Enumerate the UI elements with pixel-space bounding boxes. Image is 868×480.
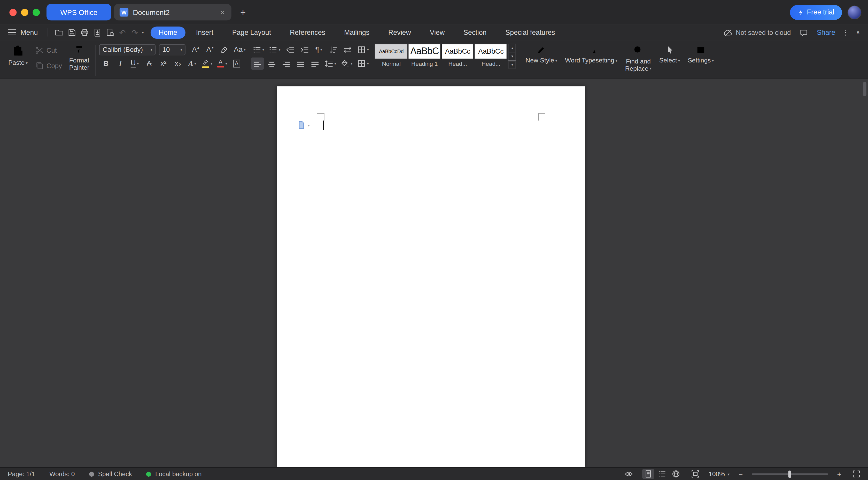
highlight-color-button[interactable]: ▾	[200, 57, 214, 69]
zoom-out-button[interactable]: −	[737, 470, 745, 478]
sort-button[interactable]	[327, 43, 340, 56]
italic-button[interactable]: I	[114, 57, 127, 69]
gallery-scroll-up-button[interactable]: ▴	[508, 44, 516, 52]
bullets-button[interactable]: ▾	[251, 43, 266, 56]
zoom-slider-thumb[interactable]	[788, 471, 791, 478]
line-spacing-button[interactable]: ▾	[323, 57, 338, 69]
gallery-scroll-down-button[interactable]: ▾	[508, 52, 516, 60]
cut-button[interactable]: Cut	[33, 44, 64, 57]
text-direction-button[interactable]	[341, 43, 354, 56]
page-indicator[interactable]: Page: 1/1	[8, 471, 35, 477]
align-right-button[interactable]	[280, 57, 293, 69]
font-size-select[interactable]: 10 ▾	[159, 44, 186, 55]
show-marks-button[interactable]: ¶▾	[312, 43, 325, 56]
numbering-button[interactable]: ▾	[267, 43, 282, 56]
zoom-window-button[interactable]	[33, 8, 40, 16]
save-button[interactable]	[65, 27, 78, 38]
eye-button[interactable]	[623, 469, 635, 479]
style-heading3[interactable]: AaBbCc Head...	[474, 44, 507, 68]
comments-button[interactable]	[798, 27, 810, 38]
cloud-save-status[interactable]: Not saved to cloud	[723, 28, 791, 37]
open-button[interactable]	[53, 27, 65, 38]
minimize-window-button[interactable]	[21, 8, 28, 16]
word-typesetting-button[interactable]: Word Typesetting▾	[561, 43, 621, 64]
increase-indent-button[interactable]	[298, 43, 311, 56]
undo-button[interactable]: ↶	[117, 28, 129, 37]
redo-button[interactable]: ↷	[129, 28, 141, 37]
superscript-button[interactable]: x²	[157, 57, 170, 69]
new-style-button[interactable]: New Style▾	[522, 43, 561, 64]
outline-view-button[interactable]	[656, 469, 668, 479]
web-layout-view-button[interactable]	[670, 469, 682, 479]
zoom-in-button[interactable]: +	[835, 470, 843, 478]
align-left-button[interactable]	[251, 57, 264, 69]
tab-special-features[interactable]: Special features	[497, 26, 563, 38]
word-count[interactable]: Words: 0	[49, 471, 75, 477]
strikethrough-button[interactable]: A	[143, 57, 156, 69]
paste-options-button[interactable]: ▾	[297, 121, 310, 129]
zoom-slider[interactable]	[752, 470, 828, 478]
share-button[interactable]: Share	[817, 28, 835, 36]
vertical-scrollbar-thumb[interactable]	[863, 82, 866, 96]
character-border-button[interactable]: A	[230, 57, 243, 69]
settings-button[interactable]: Settings▾	[684, 43, 718, 64]
tab-document[interactable]: W Document2 ×	[114, 4, 231, 21]
free-trial-button[interactable]: Free trial	[790, 5, 842, 20]
tab-review[interactable]: Review	[380, 26, 419, 38]
paste-button[interactable]: Paste▾	[4, 43, 32, 66]
print-preview-button[interactable]	[103, 27, 116, 38]
local-backup-status[interactable]: Local backup on	[147, 471, 202, 477]
more-options-button[interactable]: ⋮	[842, 28, 849, 36]
style-heading2[interactable]: AaBbCc Head...	[441, 44, 474, 68]
change-case-button[interactable]: Aa▾	[232, 43, 247, 56]
document-canvas[interactable]: ▾	[0, 79, 868, 467]
tab-home[interactable]: Home	[150, 26, 185, 38]
align-center-button[interactable]	[265, 57, 278, 69]
increase-font-size-button[interactable]: A▴	[189, 43, 202, 56]
find-replace-button[interactable]: Find and Replace▾	[621, 43, 655, 72]
fit-page-button[interactable]	[689, 469, 702, 479]
close-window-button[interactable]	[9, 8, 17, 16]
distribute-button[interactable]	[308, 57, 321, 69]
format-painter-button[interactable]: Format Painter	[65, 43, 93, 71]
bold-button[interactable]: B	[99, 57, 113, 69]
avatar[interactable]	[847, 5, 862, 19]
gallery-more-button[interactable]: ▾	[508, 60, 516, 69]
decrease-indent-button[interactable]	[283, 43, 297, 56]
document-page[interactable]: ▾	[277, 86, 585, 467]
underline-button[interactable]: U▾	[128, 57, 141, 69]
close-tab-icon[interactable]: ×	[219, 8, 226, 16]
borders-button[interactable]: ▾	[355, 57, 370, 69]
style-normal[interactable]: AaBbCcDd Normal	[375, 44, 407, 68]
text-effects-button[interactable]: A▾	[186, 57, 199, 69]
copy-button[interactable]: Copy	[33, 59, 64, 72]
decrease-font-size-button[interactable]: A▾	[203, 43, 216, 56]
print-button[interactable]	[78, 27, 91, 38]
tab-section[interactable]: Section	[455, 26, 495, 38]
tab-view[interactable]: View	[422, 26, 453, 38]
font-color-button[interactable]: A ▾	[215, 57, 229, 69]
tab-mailings[interactable]: Mailings	[336, 26, 378, 38]
print-layout-view-button[interactable]	[642, 469, 654, 479]
clear-formatting-button[interactable]	[218, 43, 231, 56]
hamburger-menu-icon[interactable]	[8, 29, 16, 36]
tab-references[interactable]: References	[282, 26, 334, 38]
subscript-button[interactable]: x₂	[171, 57, 184, 69]
export-pdf-button[interactable]	[91, 27, 103, 38]
zoom-level-select[interactable]: 100% ▾	[709, 471, 730, 477]
select-button[interactable]: Select▾	[655, 43, 684, 64]
tab-page-layout[interactable]: Page Layout	[224, 26, 280, 38]
fullscreen-button[interactable]	[850, 469, 862, 479]
spell-check-status[interactable]: Spell Check	[89, 471, 132, 477]
customize-quick-toolbar-icon[interactable]: ▾	[142, 30, 144, 34]
font-name-select[interactable]: Calibri (Body) ▾	[99, 44, 156, 55]
shading-button[interactable]: ▾	[339, 57, 354, 69]
tab-insert[interactable]: Insert	[188, 26, 222, 38]
insert-table-button[interactable]: ▾	[355, 43, 370, 56]
tab-wps-office[interactable]: WPS Office	[46, 4, 111, 21]
menu-button[interactable]: Menu	[21, 28, 38, 36]
style-heading1[interactable]: AaBbC Heading 1	[408, 44, 441, 68]
justify-button[interactable]	[294, 57, 307, 69]
new-tab-button[interactable]: +	[238, 6, 248, 18]
collapse-ribbon-button[interactable]: ∧	[856, 29, 860, 36]
